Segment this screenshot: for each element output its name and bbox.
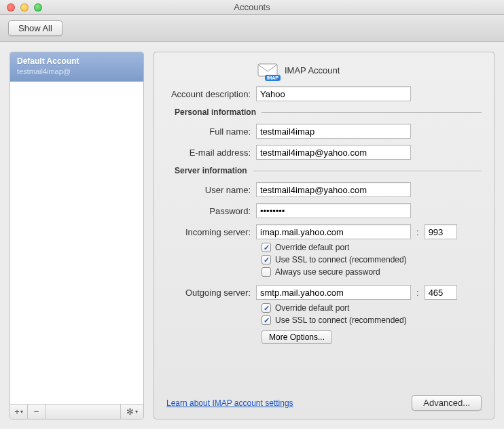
sidebar-account-item[interactable]: Default Account testmail4imap@: [10, 52, 143, 82]
gear-icon: ✻: [126, 407, 134, 417]
incoming-secure-password-label: Always use secure password: [275, 267, 380, 277]
description-label: Account description:: [161, 89, 256, 99]
zoom-icon[interactable]: [34, 3, 42, 12]
sidebar-footer: +▾ − ✻▾: [10, 404, 143, 419]
add-account-button[interactable]: +▾: [10, 405, 28, 419]
remove-account-button[interactable]: −: [28, 405, 46, 419]
account-subtitle: testmail4imap@: [17, 67, 137, 75]
outgoing-port-input[interactable]: [425, 285, 457, 300]
close-icon[interactable]: [7, 3, 15, 12]
dropdown-caret-icon: ▾: [135, 409, 138, 415]
window-title: Accounts: [0, 2, 504, 12]
username-input[interactable]: [256, 182, 411, 197]
titlebar: Accounts: [0, 0, 504, 15]
port-separator: :: [411, 227, 425, 237]
outgoing-ssl-checkbox[interactable]: [262, 315, 271, 325]
outgoing-server-input[interactable]: [256, 285, 411, 300]
account-title: Default Account: [17, 56, 137, 66]
incoming-secure-password-checkbox[interactable]: [262, 267, 271, 277]
incoming-ssl-checkbox[interactable]: [262, 255, 271, 264]
incoming-override-port-label: Override default port: [275, 243, 349, 252]
outgoing-label: Outgoing server:: [161, 288, 256, 298]
advanced-button[interactable]: Advanced...: [412, 395, 482, 411]
password-input[interactable]: [256, 203, 411, 218]
minimize-icon[interactable]: [20, 3, 29, 12]
panel-header: IMAP Account: [285, 65, 340, 75]
incoming-server-input[interactable]: [256, 224, 411, 239]
account-actions-button[interactable]: ✻▾: [120, 405, 143, 419]
email-label: E-mail address:: [161, 148, 256, 158]
personal-section-header: Personal information: [161, 107, 262, 117]
dropdown-caret-icon: ▾: [20, 409, 23, 415]
server-section-header: Server information: [161, 166, 253, 175]
show-all-button[interactable]: Show All: [8, 20, 62, 36]
divider: [262, 112, 482, 113]
outgoing-ssl-label: Use SSL to connect (recommended): [275, 315, 407, 325]
window-controls: [7, 3, 42, 12]
learn-imap-link[interactable]: Learn about IMAP account settings: [166, 398, 293, 408]
description-input[interactable]: [256, 86, 411, 101]
fullname-input[interactable]: [256, 124, 411, 139]
plus-icon: +: [14, 407, 20, 417]
outgoing-override-port-label: Override default port: [275, 303, 349, 313]
accounts-sidebar: Default Account testmail4imap@ +▾ − ✻▾: [10, 52, 144, 419]
email-input[interactable]: [256, 145, 411, 160]
port-separator: :: [411, 288, 425, 298]
password-label: Password:: [161, 206, 256, 216]
incoming-port-input[interactable]: [425, 224, 457, 239]
incoming-label: Incoming server:: [161, 227, 256, 237]
fullname-label: Full name:: [161, 126, 256, 137]
imap-envelope-icon: IMAP: [257, 62, 278, 78]
outgoing-override-port-checkbox[interactable]: [262, 303, 271, 313]
incoming-ssl-label: Use SSL to connect (recommended): [275, 255, 407, 264]
toolbar: Show All: [0, 15, 504, 42]
divider: [253, 171, 482, 171]
incoming-override-port-checkbox[interactable]: [262, 243, 271, 252]
account-settings-panel: IMAP IMAP Account Account description: P…: [154, 52, 494, 419]
more-options-button[interactable]: More Options...: [262, 330, 332, 344]
username-label: User name:: [161, 185, 256, 195]
sidebar-empty: [10, 82, 143, 404]
